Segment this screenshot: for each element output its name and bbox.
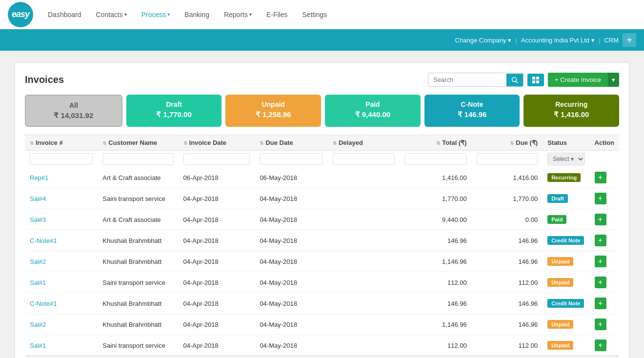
svg-rect-5 bbox=[536, 80, 539, 83]
summary-recurring[interactable]: Recurring ₹ 1,416.00 bbox=[523, 95, 619, 127]
status-badge: Unpaid bbox=[547, 257, 573, 266]
delayed bbox=[328, 188, 400, 209]
summary-all[interactable]: All ₹ 14,031.92 bbox=[25, 95, 122, 127]
invoice-link[interactable]: Sal#3 bbox=[30, 216, 46, 223]
col-invoice-date[interactable]: ⇅Invoice Date bbox=[179, 135, 255, 151]
filter-customer[interactable] bbox=[102, 153, 173, 165]
invoice-link[interactable]: C-Note#1 bbox=[30, 237, 57, 244]
nav-dashboard[interactable]: Dashboard bbox=[42, 7, 87, 22]
action-plus-button[interactable]: + bbox=[595, 318, 606, 330]
table-row: Sal#1 Saini transport service 04-Apr-201… bbox=[25, 335, 619, 357]
invoice-link[interactable]: Sal#1 bbox=[30, 342, 46, 349]
col-total[interactable]: ⇅Total (₹) bbox=[400, 135, 471, 151]
action-plus-button[interactable]: + bbox=[595, 193, 606, 204]
change-company[interactable]: Change Company ▾ bbox=[455, 37, 512, 44]
summary-draft[interactable]: Draft ₹ 1,770.00 bbox=[126, 95, 222, 127]
invoice-link[interactable]: C-Note#1 bbox=[30, 300, 57, 307]
customer-name: Art & Craft associate bbox=[98, 167, 178, 188]
col-due-date[interactable]: ⇅Due Date bbox=[255, 135, 328, 151]
nav-reports[interactable]: Reports ▾ bbox=[218, 7, 258, 22]
nav-process[interactable]: Process ▾ bbox=[136, 7, 176, 22]
invoice-link[interactable]: Sal#2 bbox=[30, 258, 46, 265]
invoice-date: 04-Apr-2018 bbox=[179, 314, 255, 335]
invoices-table: ⇅Invoice # ⇅Customer Name ⇅Invoice Date … bbox=[25, 135, 619, 358]
due: 146.96 bbox=[472, 314, 543, 335]
action-plus-button[interactable]: + bbox=[595, 277, 606, 288]
summary-all-label: All bbox=[34, 101, 114, 109]
nav-links: Dashboard Contacts ▾ Process ▾ Banking R… bbox=[42, 7, 636, 22]
status-badge: Unpaid bbox=[547, 341, 573, 350]
summary-paid-amount: ₹ 9,440.00 bbox=[333, 110, 413, 119]
filter-delayed[interactable] bbox=[333, 153, 395, 165]
total: 112.00 bbox=[400, 335, 471, 357]
invoice-date: 04-Apr-2018 bbox=[179, 272, 255, 293]
summary-cnote-amount: ₹ 146.96 bbox=[432, 110, 512, 119]
top-nav: easy Dashboard Contacts ▾ Process ▾ Bank… bbox=[0, 0, 644, 29]
total-amount: 14,031.92 bbox=[400, 356, 471, 358]
invoice-link[interactable]: Sal#2 bbox=[30, 321, 46, 328]
invoice-link[interactable]: Sal#1 bbox=[30, 279, 46, 286]
summary-unpaid[interactable]: Unpaid ₹ 1,258.96 bbox=[225, 95, 321, 127]
due: 0.00 bbox=[472, 209, 543, 230]
invoice-date: 04-Apr-2018 bbox=[179, 293, 255, 314]
nav-banking[interactable]: Banking bbox=[179, 7, 215, 22]
invoice-date: 06-Apr-2018 bbox=[179, 167, 255, 188]
customer-name: Saini transport service bbox=[98, 272, 178, 293]
col-customer[interactable]: ⇅Customer Name bbox=[98, 135, 178, 151]
search-input[interactable] bbox=[428, 73, 506, 86]
delayed bbox=[328, 293, 400, 314]
filter-total[interactable] bbox=[404, 153, 466, 165]
grid-view-button[interactable] bbox=[527, 74, 544, 86]
nav-contacts[interactable]: Contacts ▾ bbox=[90, 7, 133, 22]
action-plus-button[interactable]: + bbox=[595, 235, 606, 246]
total: 146.96 bbox=[400, 293, 471, 314]
action-plus-button[interactable]: + bbox=[595, 339, 606, 351]
summary-recurring-label: Recurring bbox=[531, 100, 611, 108]
nav-efiles[interactable]: E-Files bbox=[261, 7, 294, 22]
company-name[interactable]: Accounting India Pvt Ltd ▾ bbox=[521, 37, 595, 44]
due-date: 04-May-2018 bbox=[255, 293, 328, 314]
col-delayed[interactable]: ⇅Delayed bbox=[328, 135, 400, 151]
table-row: Sal#4 Saini transport service 04-Apr-201… bbox=[25, 188, 619, 209]
summary-unpaid-amount: ₹ 1,258.96 bbox=[233, 110, 313, 119]
action-plus-button[interactable]: + bbox=[595, 298, 606, 309]
invoice-date: 04-Apr-2018 bbox=[179, 188, 255, 209]
nav-settings[interactable]: Settings bbox=[297, 7, 333, 22]
due: 146.96 bbox=[472, 230, 543, 251]
action-plus-button[interactable]: + bbox=[595, 214, 606, 225]
table-header-row: ⇅Invoice # ⇅Customer Name ⇅Invoice Date … bbox=[25, 135, 619, 151]
col-due[interactable]: ⇅Due (₹) bbox=[472, 135, 543, 151]
due-date: 04-May-2018 bbox=[255, 209, 328, 230]
search-button[interactable] bbox=[506, 74, 523, 86]
summary-paid[interactable]: Paid ₹ 9,440.00 bbox=[325, 95, 421, 127]
filter-invoice-date[interactable] bbox=[183, 153, 250, 165]
delayed bbox=[328, 209, 400, 230]
logo[interactable]: easy bbox=[8, 2, 33, 27]
col-action: Action bbox=[590, 135, 619, 151]
crm-link[interactable]: CRM bbox=[604, 37, 619, 44]
page-title: Invoices bbox=[25, 74, 428, 85]
customer-name: Saini transport service bbox=[98, 188, 178, 209]
col-status: Status bbox=[543, 135, 589, 151]
action-plus-button[interactable]: + bbox=[595, 172, 606, 183]
create-invoice-button[interactable]: + Create Invoice bbox=[548, 73, 608, 87]
main-content: Invoices + Create Invoice ▾ bbox=[0, 51, 644, 358]
summary-paid-label: Paid bbox=[333, 100, 413, 108]
summary-draft-amount: ₹ 1,770.00 bbox=[134, 110, 214, 119]
action-plus-button[interactable]: + bbox=[595, 256, 606, 267]
invoice-link[interactable]: Sal#4 bbox=[30, 195, 46, 202]
invoice-link[interactable]: Rep#1 bbox=[30, 174, 48, 181]
delayed bbox=[328, 335, 400, 357]
filter-due[interactable] bbox=[477, 153, 538, 165]
create-invoice-dropdown[interactable]: ▾ bbox=[608, 73, 619, 87]
due: 112.00 bbox=[472, 272, 543, 293]
due: 112.00 bbox=[472, 335, 543, 357]
summary-cnote[interactable]: C-Note ₹ 146.96 bbox=[424, 95, 520, 127]
invoice-date: 04-Apr-2018 bbox=[179, 209, 255, 230]
col-invoice[interactable]: ⇅Invoice # bbox=[25, 135, 98, 151]
add-button[interactable]: + bbox=[623, 33, 636, 47]
filter-invoice[interactable] bbox=[30, 153, 93, 165]
filter-status[interactable]: Select ▾ bbox=[547, 153, 584, 165]
filter-due-date[interactable] bbox=[260, 153, 323, 165]
delayed bbox=[328, 251, 400, 272]
